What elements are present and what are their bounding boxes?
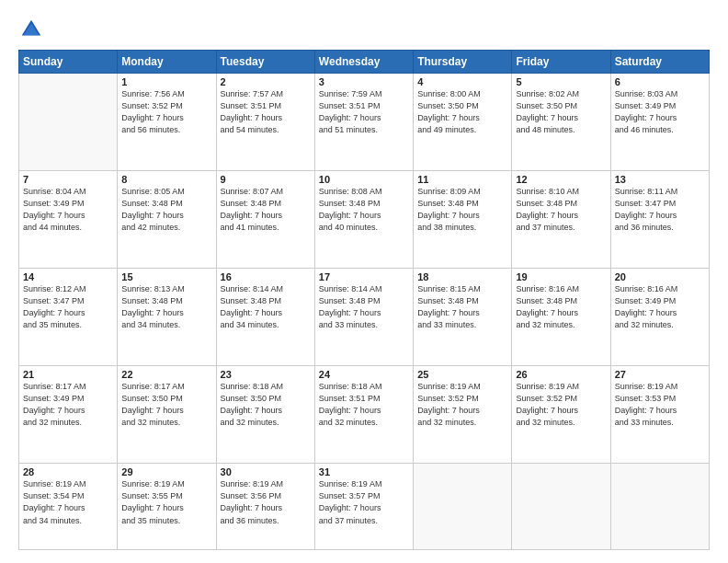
day-info: Sunrise: 8:14 AM Sunset: 3:48 PM Dayligh…: [319, 283, 409, 331]
calendar-table: SundayMondayTuesdayWednesdayThursdayFrid…: [18, 50, 710, 550]
calendar-cell: [19, 74, 118, 171]
calendar-cell: 27Sunrise: 8:19 AM Sunset: 3:53 PM Dayli…: [610, 366, 709, 464]
day-info: Sunrise: 8:04 AM Sunset: 3:49 PM Dayligh…: [23, 186, 113, 234]
calendar-cell: 23Sunrise: 8:18 AM Sunset: 3:50 PM Dayli…: [216, 366, 314, 464]
day-number: 8: [121, 174, 211, 185]
day-number: 1: [121, 76, 211, 87]
week-row-3: 21Sunrise: 8:17 AM Sunset: 3:49 PM Dayli…: [19, 366, 710, 464]
weekday-header-thursday: Thursday: [414, 51, 512, 74]
day-number: 24: [319, 369, 409, 380]
day-number: 19: [516, 271, 606, 282]
day-number: 4: [417, 76, 507, 87]
day-number: 12: [516, 174, 606, 185]
day-info: Sunrise: 8:19 AM Sunset: 3:57 PM Dayligh…: [319, 478, 409, 526]
calendar-cell: 8Sunrise: 8:05 AM Sunset: 3:48 PM Daylig…: [118, 171, 216, 269]
calendar-cell: [610, 464, 709, 550]
day-number: 25: [417, 369, 507, 380]
day-number: 2: [221, 76, 311, 87]
week-row-2: 14Sunrise: 8:12 AM Sunset: 3:47 PM Dayli…: [19, 269, 710, 366]
calendar-cell: [512, 464, 610, 550]
calendar-cell: 14Sunrise: 8:12 AM Sunset: 3:47 PM Dayli…: [19, 269, 118, 366]
day-info: Sunrise: 8:19 AM Sunset: 3:52 PM Dayligh…: [516, 381, 606, 429]
day-number: 15: [121, 271, 211, 282]
day-info: Sunrise: 7:57 AM Sunset: 3:51 PM Dayligh…: [221, 88, 311, 136]
calendar-cell: 1Sunrise: 7:56 AM Sunset: 3:52 PM Daylig…: [118, 74, 216, 171]
calendar-cell: 17Sunrise: 8:14 AM Sunset: 3:48 PM Dayli…: [314, 269, 413, 366]
logo-icon: [18, 17, 44, 42]
calendar-cell: 9Sunrise: 8:07 AM Sunset: 3:48 PM Daylig…: [216, 171, 314, 269]
day-info: Sunrise: 7:59 AM Sunset: 3:51 PM Dayligh…: [319, 88, 409, 136]
day-number: 21: [23, 369, 113, 380]
calendar-cell: 25Sunrise: 8:19 AM Sunset: 3:52 PM Dayli…: [414, 366, 512, 464]
day-info: Sunrise: 8:16 AM Sunset: 3:49 PM Dayligh…: [615, 283, 705, 331]
day-info: Sunrise: 8:19 AM Sunset: 3:55 PM Dayligh…: [121, 478, 211, 526]
calendar-cell: 15Sunrise: 8:13 AM Sunset: 3:48 PM Dayli…: [118, 269, 216, 366]
page: SundayMondayTuesdayWednesdayThursdayFrid…: [0, 0, 728, 563]
calendar-cell: 21Sunrise: 8:17 AM Sunset: 3:49 PM Dayli…: [19, 366, 118, 464]
calendar-cell: 5Sunrise: 8:02 AM Sunset: 3:50 PM Daylig…: [512, 74, 610, 171]
day-number: 11: [417, 174, 507, 185]
day-info: Sunrise: 8:08 AM Sunset: 3:48 PM Dayligh…: [319, 186, 409, 234]
day-info: Sunrise: 8:03 AM Sunset: 3:49 PM Dayligh…: [615, 88, 705, 136]
day-info: Sunrise: 8:07 AM Sunset: 3:48 PM Dayligh…: [221, 186, 311, 234]
day-info: Sunrise: 8:02 AM Sunset: 3:50 PM Dayligh…: [516, 88, 606, 136]
day-number: 28: [23, 466, 113, 477]
day-number: 13: [615, 174, 705, 185]
calendar-cell: 2Sunrise: 7:57 AM Sunset: 3:51 PM Daylig…: [216, 74, 314, 171]
day-number: 31: [319, 466, 409, 477]
weekday-header-wednesday: Wednesday: [314, 51, 413, 74]
header: [18, 17, 710, 42]
day-number: 6: [615, 76, 705, 87]
day-number: 17: [319, 271, 409, 282]
day-info: Sunrise: 7:56 AM Sunset: 3:52 PM Dayligh…: [121, 88, 211, 136]
week-row-4: 28Sunrise: 8:19 AM Sunset: 3:54 PM Dayli…: [19, 464, 710, 550]
day-number: 20: [615, 271, 705, 282]
day-info: Sunrise: 8:18 AM Sunset: 3:51 PM Dayligh…: [319, 381, 409, 429]
day-number: 7: [23, 174, 113, 185]
weekday-header-tuesday: Tuesday: [216, 51, 314, 74]
calendar-cell: 6Sunrise: 8:03 AM Sunset: 3:49 PM Daylig…: [610, 74, 709, 171]
day-info: Sunrise: 8:12 AM Sunset: 3:47 PM Dayligh…: [23, 283, 113, 331]
day-info: Sunrise: 8:19 AM Sunset: 3:53 PM Dayligh…: [615, 381, 705, 429]
day-number: 23: [221, 369, 311, 380]
day-info: Sunrise: 8:10 AM Sunset: 3:48 PM Dayligh…: [516, 186, 606, 234]
day-info: Sunrise: 8:19 AM Sunset: 3:52 PM Dayligh…: [417, 381, 507, 429]
day-info: Sunrise: 8:19 AM Sunset: 3:54 PM Dayligh…: [23, 478, 113, 526]
calendar-cell: 18Sunrise: 8:15 AM Sunset: 3:48 PM Dayli…: [414, 269, 512, 366]
day-number: 10: [319, 174, 409, 185]
week-row-1: 7Sunrise: 8:04 AM Sunset: 3:49 PM Daylig…: [19, 171, 710, 269]
day-number: 29: [121, 466, 211, 477]
day-number: 22: [121, 369, 211, 380]
day-number: 14: [23, 271, 113, 282]
calendar-cell: 24Sunrise: 8:18 AM Sunset: 3:51 PM Dayli…: [314, 366, 413, 464]
logo: [18, 17, 48, 42]
calendar-cell: 10Sunrise: 8:08 AM Sunset: 3:48 PM Dayli…: [314, 171, 413, 269]
calendar-cell: 29Sunrise: 8:19 AM Sunset: 3:55 PM Dayli…: [118, 464, 216, 550]
day-number: 18: [417, 271, 507, 282]
day-info: Sunrise: 8:18 AM Sunset: 3:50 PM Dayligh…: [221, 381, 311, 429]
calendar-cell: 26Sunrise: 8:19 AM Sunset: 3:52 PM Dayli…: [512, 366, 610, 464]
day-number: 9: [221, 174, 311, 185]
calendar-cell: 31Sunrise: 8:19 AM Sunset: 3:57 PM Dayli…: [314, 464, 413, 550]
calendar-cell: 20Sunrise: 8:16 AM Sunset: 3:49 PM Dayli…: [610, 269, 709, 366]
day-info: Sunrise: 8:15 AM Sunset: 3:48 PM Dayligh…: [417, 283, 507, 331]
day-number: 5: [516, 76, 606, 87]
calendar-cell: 11Sunrise: 8:09 AM Sunset: 3:48 PM Dayli…: [414, 171, 512, 269]
calendar-cell: 12Sunrise: 8:10 AM Sunset: 3:48 PM Dayli…: [512, 171, 610, 269]
weekday-header-row: SundayMondayTuesdayWednesdayThursdayFrid…: [19, 51, 710, 74]
calendar-cell: 3Sunrise: 7:59 AM Sunset: 3:51 PM Daylig…: [314, 74, 413, 171]
calendar-cell: 19Sunrise: 8:16 AM Sunset: 3:48 PM Dayli…: [512, 269, 610, 366]
day-info: Sunrise: 8:17 AM Sunset: 3:49 PM Dayligh…: [23, 381, 113, 429]
week-row-0: 1Sunrise: 7:56 AM Sunset: 3:52 PM Daylig…: [19, 74, 710, 171]
calendar-cell: 30Sunrise: 8:19 AM Sunset: 3:56 PM Dayli…: [216, 464, 314, 550]
weekday-header-monday: Monday: [118, 51, 216, 74]
day-info: Sunrise: 8:16 AM Sunset: 3:48 PM Dayligh…: [516, 283, 606, 331]
day-number: 3: [319, 76, 409, 87]
calendar-cell: 13Sunrise: 8:11 AM Sunset: 3:47 PM Dayli…: [610, 171, 709, 269]
weekday-header-saturday: Saturday: [610, 51, 709, 74]
calendar-cell: 22Sunrise: 8:17 AM Sunset: 3:50 PM Dayli…: [118, 366, 216, 464]
day-info: Sunrise: 8:19 AM Sunset: 3:56 PM Dayligh…: [221, 478, 311, 526]
calendar-cell: [414, 464, 512, 550]
calendar-cell: 7Sunrise: 8:04 AM Sunset: 3:49 PM Daylig…: [19, 171, 118, 269]
weekday-header-sunday: Sunday: [19, 51, 118, 74]
